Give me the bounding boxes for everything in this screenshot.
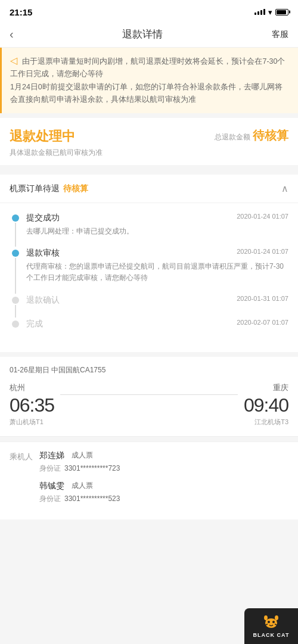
timeline-left-review bbox=[12, 248, 19, 294]
passenger-label-empty bbox=[10, 481, 39, 504]
customer-service-button[interactable]: 客服 bbox=[272, 29, 288, 40]
arrival-city: 重庆 09:40 江北机场T3 bbox=[244, 382, 288, 427]
order-pending-badge: 待核算 bbox=[63, 183, 88, 194]
chevron-up-icon[interactable]: ∧ bbox=[281, 183, 288, 194]
timeline-item-confirm: 退款确认 2020-01-31 01:07 bbox=[12, 295, 288, 319]
departure-city-name: 杭州 bbox=[10, 382, 54, 393]
flight-info-section: 01-26星期日 中国国航CA1755 杭州 06:35 萧山机场T1 重庆 0… bbox=[0, 357, 298, 436]
departure-time: 06:35 bbox=[10, 394, 54, 416]
flight-route: 杭州 06:35 萧山机场T1 重庆 09:40 江北机场T3 bbox=[10, 382, 288, 427]
timeline-dot-confirm bbox=[12, 297, 19, 304]
timeline-dot-submit bbox=[12, 214, 19, 222]
svg-point-4 bbox=[275, 615, 278, 620]
order-pending-title: 机票订单待退 bbox=[10, 183, 60, 194]
passenger-ticket-type-1: 成人票 bbox=[72, 450, 93, 461]
thin-divider bbox=[0, 436, 298, 437]
passenger-row-1: 乘机人 郑连娣 成人票 身份证 3301**********723 bbox=[10, 450, 288, 474]
timeline-title-submit: 提交成功 bbox=[26, 213, 60, 223]
refund-timeline: 提交成功 2020-01-24 01:07 去哪儿网处理：申请已提交成功。 退款… bbox=[0, 203, 298, 352]
passenger-ticket-type-2: 成人票 bbox=[72, 481, 93, 491]
passenger-row-2: 韩铖雯 成人票 身份证 3301**********523 bbox=[10, 481, 288, 504]
refund-amount-group: 总退款金额 待核算 bbox=[215, 127, 288, 144]
timeline-date-done: 2020-02-07 01:07 bbox=[237, 319, 288, 326]
svg-point-3 bbox=[264, 615, 268, 620]
flight-route-divider bbox=[54, 382, 244, 395]
timeline-line-1 bbox=[15, 223, 16, 247]
black-cat-icon bbox=[263, 614, 280, 631]
arrival-airport: 江北机场T3 bbox=[244, 418, 288, 427]
status-bar: 21:15 ▾ bbox=[0, 0, 298, 21]
signal-icon bbox=[254, 9, 265, 15]
departure-city: 杭州 06:35 萧山机场T1 bbox=[10, 382, 54, 427]
refund-amount-prefix: 总退款金额 bbox=[215, 133, 250, 141]
refund-status-sub: 具体退款金额已航司审核为准 bbox=[10, 148, 288, 158]
timeline-title-done: 完成 bbox=[26, 319, 43, 329]
section-divider bbox=[0, 165, 298, 170]
timeline-desc-submit: 去哪儿网处理：申请已提交成功。 bbox=[26, 226, 288, 237]
section-divider-2 bbox=[0, 352, 298, 357]
passenger-id-label-1: 身份证 bbox=[39, 463, 61, 474]
timeline-item-submit: 提交成功 2020-01-24 01:07 去哪儿网处理：申请已提交成功。 bbox=[12, 213, 288, 248]
passenger-section: 乘机人 郑连娣 成人票 身份证 3301**********723 韩铖雯 成人… bbox=[0, 441, 298, 519]
page-header: ‹ 退款详情 客服 bbox=[0, 21, 298, 48]
timeline-content-done: 完成 2020-02-07 01:07 bbox=[26, 319, 288, 343]
timeline-date-submit: 2020-01-24 01:07 bbox=[237, 213, 288, 220]
black-cat-label: BLACK CAT bbox=[253, 632, 290, 638]
passenger-name-2: 韩铖雯 bbox=[39, 481, 64, 491]
passenger-id-number-1: 3301**********723 bbox=[64, 464, 120, 472]
timeline-item-done: 完成 2020-02-07 01:07 bbox=[12, 319, 288, 343]
order-pending-block: 机票订单待退 待核算 ∧ 提交成功 2020-01-24 01:07 去哪儿网处… bbox=[0, 175, 298, 352]
arrival-city-name: 重庆 bbox=[244, 382, 288, 393]
timeline-left-done bbox=[12, 319, 19, 343]
timeline-content-confirm: 退款确认 2020-01-31 01:07 bbox=[26, 295, 288, 319]
back-button[interactable]: ‹ bbox=[10, 27, 14, 41]
arrival-time: 09:40 bbox=[244, 394, 288, 416]
timeline-item-review: 退款审核 2020-01-24 01:07 代理商审核：您的退票申请已经提交航司… bbox=[12, 248, 288, 294]
order-pending-header[interactable]: 机票订单待退 待核算 ∧ bbox=[0, 175, 298, 203]
notice-icon: ◁ bbox=[10, 55, 17, 66]
passenger-id-number-2: 3301**********523 bbox=[64, 494, 120, 503]
passenger-details-1: 郑连娣 成人票 身份证 3301**********723 bbox=[39, 450, 288, 474]
timeline-content-review: 退款审核 2020-01-24 01:07 代理商审核：您的退票申请已经提交航司… bbox=[26, 248, 288, 294]
svg-point-1 bbox=[268, 621, 270, 623]
timeline-desc-review: 代理商审核：您的退票申请已经提交航司，航司目前退票申请积压严重，预计7-30个工… bbox=[26, 261, 288, 284]
timeline-left-submit bbox=[12, 213, 19, 248]
departure-airport: 萧山机场T1 bbox=[10, 418, 54, 427]
timeline-line-2 bbox=[15, 258, 16, 293]
status-time: 21:15 bbox=[10, 7, 32, 17]
timeline-date-confirm: 2020-01-31 01:07 bbox=[237, 295, 288, 302]
passenger-name-1: 郑连娣 bbox=[39, 450, 64, 461]
timeline-title-review: 退款审核 bbox=[26, 248, 60, 259]
refund-amount-value: 待核算 bbox=[253, 129, 288, 142]
timeline-left-confirm bbox=[12, 295, 19, 319]
timeline-date-review: 2020-01-24 01:07 bbox=[237, 248, 288, 255]
flight-meta: 01-26星期日 中国国航CA1755 bbox=[10, 365, 288, 375]
black-cat-watermark: BLACK CAT bbox=[244, 608, 298, 644]
passenger-section-label: 乘机人 bbox=[10, 450, 39, 474]
passenger-id-label-2: 身份证 bbox=[39, 494, 61, 504]
passenger-details-2: 韩铖雯 成人票 身份证 3301**********523 bbox=[39, 481, 288, 504]
bottom-spacer bbox=[0, 519, 298, 567]
timeline-content-submit: 提交成功 2020-01-24 01:07 去哪儿网处理：申请已提交成功。 bbox=[26, 213, 288, 248]
battery-icon bbox=[275, 9, 288, 15]
wifi-icon: ▾ bbox=[268, 8, 272, 17]
refund-status-section: 退款处理中 总退款金额 待核算 具体退款金额已航司审核为准 bbox=[0, 118, 298, 165]
timeline-line-3 bbox=[15, 305, 16, 318]
status-icons: ▾ bbox=[254, 8, 288, 17]
notice-text: 由于退票申请量短时间内剧增，航司退票处理时效将会延长，预计会在7-30个工作日完… bbox=[10, 57, 285, 104]
timeline-dot-done bbox=[12, 321, 19, 328]
timeline-dot-review bbox=[12, 250, 19, 257]
page-title: 退款详情 bbox=[122, 27, 163, 41]
refund-status-label: 退款处理中 bbox=[10, 127, 75, 145]
svg-point-2 bbox=[272, 621, 275, 623]
svg-point-0 bbox=[265, 618, 277, 628]
notice-banner: ◁ 由于退票申请量短时间内剧增，航司退票处理时效将会延长，预计会在7-30个工作… bbox=[0, 48, 298, 113]
timeline-title-confirm: 退款确认 bbox=[26, 295, 60, 306]
